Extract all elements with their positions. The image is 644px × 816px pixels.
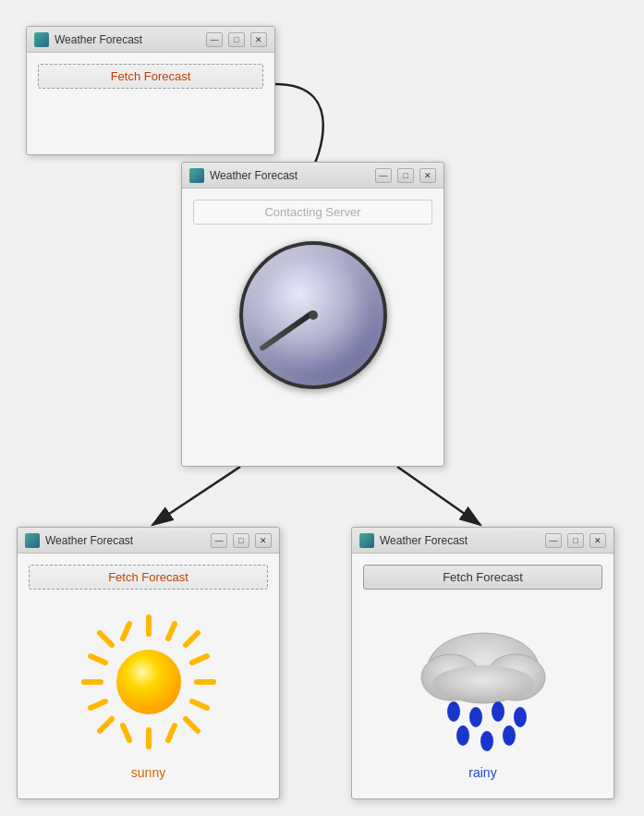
svg-point-21 [432,665,534,702]
close-btn-1[interactable]: ✕ [250,32,267,47]
spinner-needle [258,311,314,352]
svg-line-15 [123,624,129,639]
svg-line-14 [91,701,105,708]
close-btn-2[interactable]: ✕ [419,168,436,183]
titlebar-title-1: Weather Forecast [55,33,206,46]
window-2: Weather Forecast — □ ✕ Contacting Server [181,162,444,467]
maximize-btn-4[interactable]: □ [567,533,584,548]
minimize-btn-4[interactable]: — [545,533,562,548]
titlebar-title-4: Weather Forecast [380,534,545,547]
rain-icon [363,599,602,761]
svg-line-12 [123,725,129,740]
maximize-btn-3[interactable]: □ [233,533,249,548]
window-4-content: Fetch Forecast [352,554,614,791]
minimize-btn-1[interactable]: — [206,32,223,47]
weather-label-4: rainy [363,765,602,780]
titlebar-buttons-1: — □ ✕ [206,32,267,47]
svg-point-25 [514,707,527,727]
contacting-server-text: Contacting Server [193,200,432,225]
svg-point-28 [503,725,516,746]
svg-point-26 [456,725,469,746]
svg-line-6 [186,719,198,731]
close-btn-3[interactable]: ✕ [255,533,272,548]
fetch-forecast-btn-3[interactable]: Fetch Forecast [29,565,268,590]
minimize-btn-2[interactable]: — [375,168,392,183]
titlebar-icon-3 [25,533,40,548]
window-4: Weather Forecast — □ ✕ Fetch Forecast [351,527,614,799]
titlebar-icon-1 [34,32,49,47]
svg-line-7 [186,633,198,645]
svg-point-17 [116,650,181,714]
close-btn-4[interactable]: ✕ [589,533,606,548]
window-1: Weather Forecast — □ ✕ Fetch Forecast [26,26,275,155]
titlebar-icon-2 [189,168,204,183]
titlebar-title-2: Weather Forecast [210,169,375,182]
svg-point-22 [447,701,460,722]
minimize-btn-3[interactable]: — [211,533,227,548]
svg-line-11 [168,624,175,639]
fetch-forecast-btn-1[interactable]: Fetch Forecast [38,64,263,89]
svg-line-13 [192,656,207,663]
titlebar-buttons-2: — □ ✕ [375,168,436,183]
fetch-forecast-btn-4[interactable]: Fetch Forecast [363,565,602,590]
svg-line-9 [91,656,105,663]
window-2-content: Contacting Server [182,189,444,409]
maximize-btn-1[interactable]: □ [228,32,245,47]
spinner-gauge [239,241,387,389]
spinner-center [309,311,318,320]
titlebar-title-3: Weather Forecast [45,534,211,547]
window-1-content: Fetch Forecast [27,53,274,109]
svg-line-8 [100,719,112,731]
titlebar-4: Weather Forecast — □ ✕ [352,528,614,554]
svg-line-5 [100,633,112,645]
window-3-content: Fetch Forecast [18,554,279,791]
maximize-btn-2[interactable]: □ [397,168,414,183]
titlebar-buttons-4: — □ ✕ [545,533,606,548]
spinner-container [193,232,432,398]
svg-point-23 [469,707,482,727]
svg-line-10 [192,701,207,708]
titlebar-2: Weather Forecast — □ ✕ [182,163,444,189]
weather-label-3: sunny [29,765,268,780]
titlebar-1: Weather Forecast — □ ✕ [27,27,274,53]
svg-point-24 [492,701,504,722]
window-3: Weather Forecast — □ ✕ Fetch Forecast [17,527,280,799]
svg-point-27 [480,731,493,751]
titlebar-icon-4 [359,533,374,548]
titlebar-buttons-3: — □ ✕ [211,533,272,548]
titlebar-3: Weather Forecast — □ ✕ [18,528,279,554]
sun-icon [29,599,268,761]
svg-line-16 [168,725,175,740]
